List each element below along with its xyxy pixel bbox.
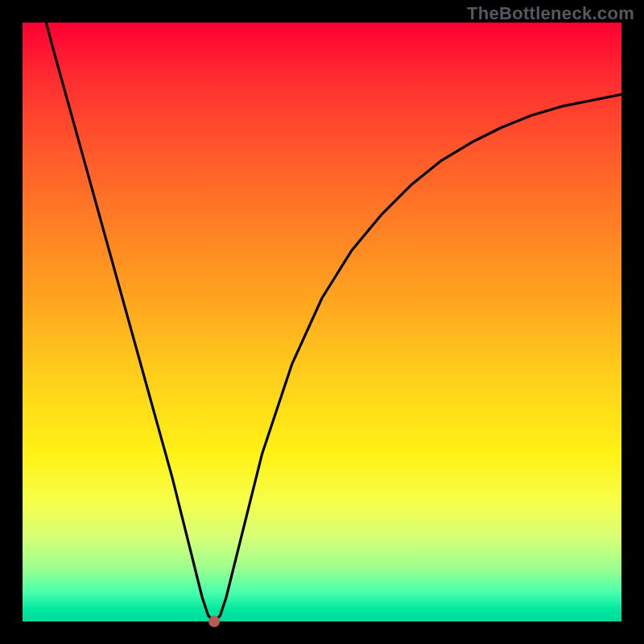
bottleneck-curve — [23, 0, 621, 621]
watermark-text: TheBottleneck.com — [467, 3, 634, 24]
chart-frame: TheBottleneck.com — [0, 0, 644, 644]
plot-area — [23, 23, 621, 621]
optimal-point-marker — [208, 616, 220, 627]
chart-svg — [23, 23, 621, 621]
